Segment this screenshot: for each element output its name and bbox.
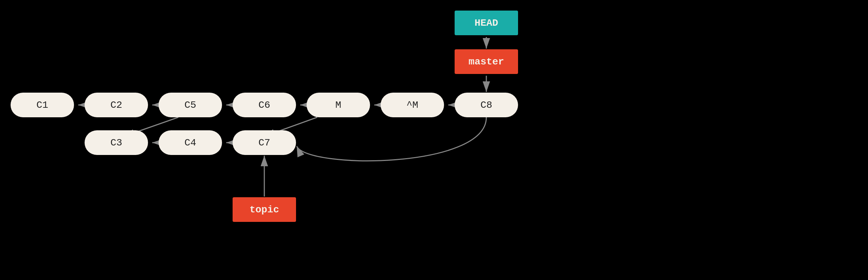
head-label: HEAD [455,11,518,35]
node-c3: C3 [85,130,148,155]
master-label: master [455,49,518,74]
node-c6: C6 [233,93,296,117]
node-c2: C2 [85,93,148,117]
node-c5: C5 [159,93,222,117]
node-c8: C8 [455,93,518,117]
node-m: M [307,93,370,117]
node-c7: C7 [233,130,296,155]
node-c1: C1 [11,93,74,117]
topic-label: topic [233,197,296,222]
node-cm: ^M [381,93,444,117]
node-c4: C4 [159,130,222,155]
